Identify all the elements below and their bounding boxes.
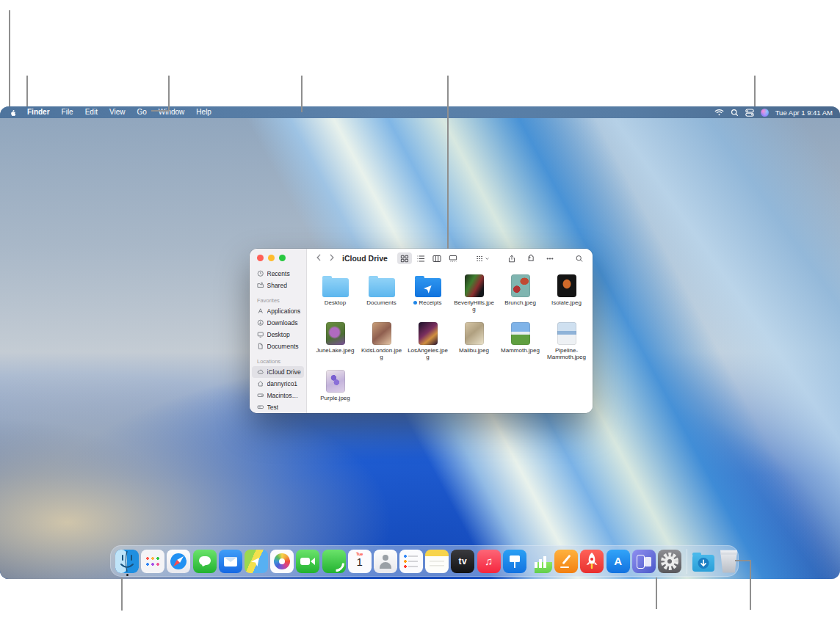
- rocket-icon: [580, 550, 604, 573]
- forward-button[interactable]: [327, 249, 336, 268]
- image-thumbnail: [372, 322, 391, 345]
- menu-bar-clock[interactable]: Tue Apr 1 9:41 AM: [775, 109, 833, 117]
- dock-item-system-settings[interactable]: [658, 550, 681, 573]
- dock-item-finder[interactable]: [115, 550, 139, 573]
- dock-item-photos[interactable]: [270, 550, 294, 573]
- dock-item-music[interactable]: [477, 550, 501, 573]
- dock-item-app-store[interactable]: A: [607, 550, 630, 573]
- mac-screen: Finder File Edit View Go Window Help Tue…: [0, 106, 840, 579]
- callout-line-dock-finder: [121, 578, 123, 611]
- dock-item-phone[interactable]: [322, 550, 346, 573]
- callout-line-finder-window: [447, 76, 449, 249]
- folder-icon: [369, 278, 395, 297]
- file-item-brunch[interactable]: Brunch.jpeg: [497, 272, 543, 320]
- finder-icon: [115, 550, 139, 573]
- file-item-malibu[interactable]: Malibu.jpeg: [451, 320, 497, 368]
- grid-view-button[interactable]: [397, 252, 412, 264]
- dock-item-rocket[interactable]: [580, 550, 604, 573]
- dock-item-messages[interactable]: [193, 550, 217, 573]
- wifi-icon[interactable]: [714, 109, 724, 116]
- image-thumbnail: [557, 322, 576, 345]
- gallery-view-button[interactable]: [446, 252, 460, 264]
- file-item-receipts[interactable]: Receipts: [405, 272, 451, 320]
- dock-item-downloads-folder[interactable]: [692, 555, 714, 572]
- external-drive-icon: [257, 404, 264, 411]
- menu-edit[interactable]: Edit: [79, 106, 104, 118]
- sidebar-item-desktop[interactable]: Desktop: [252, 329, 304, 340]
- share-button[interactable]: [504, 252, 519, 264]
- callout-line-spotlight: [754, 76, 756, 106]
- dock-item-launchpad[interactable]: [141, 550, 164, 573]
- zoom-button[interactable]: [279, 255, 286, 261]
- image-thumbnail: [326, 322, 345, 345]
- file-item-pipeline-mammoth[interactable]: Pipeline-Mammoth.jpeg: [543, 320, 590, 368]
- dock: Tue 1 tv A: [110, 545, 739, 577]
- finder-sidebar: Recents Shared Favorites Applications Do…: [250, 249, 307, 413]
- file-item-desktop[interactable]: Desktop: [312, 272, 358, 320]
- sidebar-item-home[interactable]: dannyrico1: [252, 378, 304, 390]
- dock-item-apple-tv[interactable]: tv: [451, 550, 474, 573]
- desktop-icon: [257, 331, 264, 338]
- file-item-isolate[interactable]: Isolate.jpeg: [543, 272, 590, 320]
- menu-help[interactable]: Help: [190, 106, 217, 118]
- menu-file[interactable]: File: [56, 106, 79, 118]
- sidebar-item-icloud-drive[interactable]: iCloud Drive: [252, 366, 304, 378]
- file-item-losangeles[interactable]: LosAngeles.jpeg: [405, 320, 451, 368]
- close-button[interactable]: [257, 255, 264, 261]
- safari-compass-icon: [167, 550, 190, 573]
- sidebar-item-recents[interactable]: Recents: [252, 268, 304, 280]
- sync-dot: [413, 301, 417, 305]
- dock-item-calendar[interactable]: Tue 1: [348, 550, 372, 573]
- image-thumbnail: [511, 322, 530, 345]
- control-center-icon[interactable]: [745, 109, 754, 117]
- menu-window[interactable]: Window: [153, 106, 191, 118]
- back-button[interactable]: [314, 249, 323, 268]
- download-arrow-icon: [692, 555, 714, 572]
- sidebar-item-applications[interactable]: Applications: [252, 305, 304, 317]
- file-item-junelake[interactable]: JuneLake.jpeg: [312, 320, 358, 368]
- file-item-documents[interactable]: Documents: [358, 272, 405, 320]
- dock-item-iphone-mirroring[interactable]: [632, 550, 656, 573]
- dock-item-notes[interactable]: [425, 550, 449, 573]
- more-options-button[interactable]: [543, 252, 557, 264]
- dock-item-mail[interactable]: [219, 550, 242, 573]
- apple-logo-icon: [9, 108, 17, 117]
- sidebar-item-test[interactable]: Test: [252, 401, 304, 413]
- file-item-beverlyhills[interactable]: BeverlyHills.jpeg: [451, 272, 497, 320]
- list-view-button[interactable]: [413, 252, 428, 264]
- file-item-purple[interactable]: Purple.jpeg: [312, 368, 358, 413]
- apple-menu[interactable]: [0, 108, 21, 117]
- finder-toolbar: iCloud Drive: [307, 249, 593, 268]
- document-icon: [257, 343, 264, 350]
- tag-button[interactable]: [524, 252, 538, 264]
- finder-main: iCloud Drive: [307, 249, 593, 413]
- dock-item-numbers[interactable]: [529, 550, 552, 573]
- siri-icon[interactable]: [761, 109, 769, 117]
- sidebar-item-macintosh-hd[interactable]: Macintosh HD: [252, 390, 304, 401]
- sidebar-item-downloads[interactable]: Downloads: [252, 317, 304, 329]
- spotlight-search-icon[interactable]: [731, 109, 739, 117]
- dock-item-reminders[interactable]: [399, 550, 423, 573]
- file-item-kidslondon[interactable]: KidsLondon.jpeg: [358, 320, 405, 368]
- minimize-button[interactable]: [268, 255, 275, 261]
- dock-item-facetime[interactable]: [296, 550, 319, 573]
- callout-line-app-menu: [26, 76, 28, 106]
- dock-item-maps[interactable]: [245, 550, 268, 573]
- image-thumbnail: [557, 274, 576, 297]
- menu-finder[interactable]: Finder: [21, 106, 56, 118]
- sidebar-item-shared[interactable]: Shared: [252, 280, 304, 291]
- dock-item-safari[interactable]: [167, 550, 190, 573]
- hard-drive-icon: [257, 392, 264, 399]
- search-icon[interactable]: [572, 252, 587, 264]
- column-view-button[interactable]: [430, 252, 444, 264]
- group-by-button[interactable]: [475, 252, 490, 264]
- menu-view[interactable]: View: [104, 106, 131, 118]
- dock-item-keynote[interactable]: [503, 550, 526, 573]
- menu-go[interactable]: Go: [131, 106, 152, 118]
- dock-item-contacts[interactable]: [374, 550, 397, 573]
- sidebar-item-documents[interactable]: Documents: [252, 340, 304, 352]
- dock-item-pages[interactable]: [554, 550, 578, 573]
- file-item-mammoth[interactable]: Mammoth.jpeg: [497, 320, 543, 368]
- downloads-icon: [257, 319, 264, 327]
- finder-window: Recents Shared Favorites Applications Do…: [250, 249, 593, 413]
